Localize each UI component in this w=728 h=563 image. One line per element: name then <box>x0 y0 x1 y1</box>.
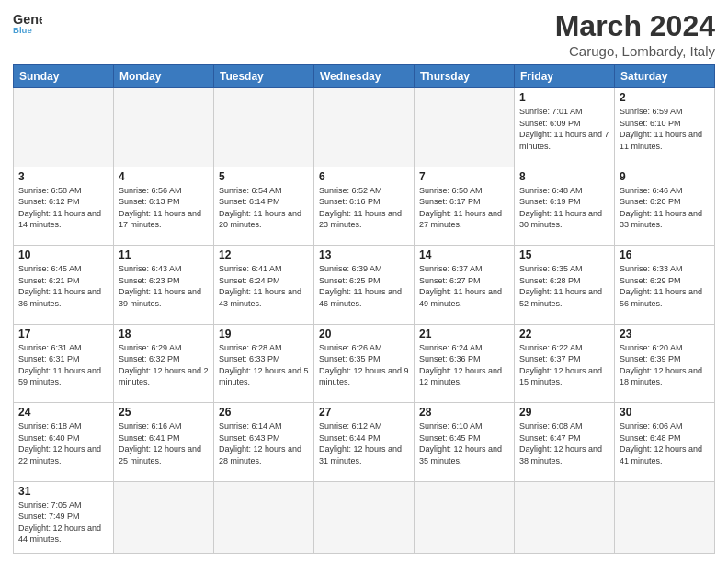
table-row: 2Sunrise: 6:59 AM Sunset: 6:10 PM Daylig… <box>615 88 715 167</box>
table-row <box>314 481 415 554</box>
week-row-3: 17Sunrise: 6:31 AM Sunset: 6:31 PM Dayli… <box>14 324 715 403</box>
day-info: Sunrise: 6:43 AM Sunset: 6:23 PM Dayligh… <box>119 263 209 309</box>
day-info: Sunrise: 6:54 AM Sunset: 6:14 PM Dayligh… <box>219 185 309 231</box>
table-row: 17Sunrise: 6:31 AM Sunset: 6:31 PM Dayli… <box>14 324 114 403</box>
day-info: Sunrise: 6:31 AM Sunset: 6:31 PM Dayligh… <box>18 342 108 388</box>
day-number: 28 <box>419 406 509 419</box>
day-info: Sunrise: 6:52 AM Sunset: 6:16 PM Dayligh… <box>319 185 409 231</box>
day-number: 27 <box>319 406 409 419</box>
day-info: Sunrise: 6:16 AM Sunset: 6:41 PM Dayligh… <box>119 420 209 466</box>
day-number: 12 <box>219 248 309 261</box>
day-info: Sunrise: 6:35 AM Sunset: 6:28 PM Dayligh… <box>519 263 609 309</box>
table-row: 9Sunrise: 6:46 AM Sunset: 6:20 PM Daylig… <box>615 167 715 246</box>
table-row: 13Sunrise: 6:39 AM Sunset: 6:25 PM Dayli… <box>314 246 415 325</box>
day-number: 10 <box>18 248 108 261</box>
day-number: 20 <box>319 327 409 340</box>
table-row: 7Sunrise: 6:50 AM Sunset: 6:17 PM Daylig… <box>415 167 515 246</box>
table-row: 11Sunrise: 6:43 AM Sunset: 6:23 PM Dayli… <box>114 246 214 325</box>
table-row: 18Sunrise: 6:29 AM Sunset: 6:32 PM Dayli… <box>114 324 214 403</box>
day-number: 22 <box>519 327 609 340</box>
day-info: Sunrise: 6:08 AM Sunset: 6:47 PM Dayligh… <box>519 420 609 466</box>
table-row <box>214 88 314 167</box>
col-sunday: Sunday <box>14 65 114 88</box>
table-row <box>214 481 314 554</box>
table-row <box>415 88 515 167</box>
day-info: Sunrise: 6:18 AM Sunset: 6:40 PM Dayligh… <box>18 420 108 466</box>
table-row: 30Sunrise: 6:06 AM Sunset: 6:48 PM Dayli… <box>615 403 715 482</box>
day-info: Sunrise: 6:22 AM Sunset: 6:37 PM Dayligh… <box>519 342 609 388</box>
table-row <box>314 88 415 167</box>
day-info: Sunrise: 6:41 AM Sunset: 6:24 PM Dayligh… <box>219 263 309 309</box>
col-wednesday: Wednesday <box>314 65 415 88</box>
day-number: 15 <box>519 248 609 261</box>
day-number: 17 <box>18 327 108 340</box>
day-number: 6 <box>319 170 409 183</box>
table-row <box>415 481 515 554</box>
title-block: March 2024 Carugo, Lombardy, Italy <box>555 9 715 59</box>
day-info: Sunrise: 7:05 AM Sunset: 7:49 PM Dayligh… <box>18 500 108 546</box>
day-number: 8 <box>519 170 609 183</box>
day-info: Sunrise: 6:10 AM Sunset: 6:45 PM Dayligh… <box>419 420 509 466</box>
table-row: 12Sunrise: 6:41 AM Sunset: 6:24 PM Dayli… <box>214 246 314 325</box>
day-info: Sunrise: 6:59 AM Sunset: 6:10 PM Dayligh… <box>620 106 710 152</box>
day-number: 3 <box>18 170 108 183</box>
table-row: 16Sunrise: 6:33 AM Sunset: 6:29 PM Dayli… <box>615 246 715 325</box>
day-number: 23 <box>620 327 710 340</box>
day-number: 25 <box>119 406 209 419</box>
day-number: 30 <box>620 406 710 419</box>
day-number: 29 <box>519 406 609 419</box>
table-row <box>615 481 715 554</box>
table-row: 28Sunrise: 6:10 AM Sunset: 6:45 PM Dayli… <box>415 403 515 482</box>
table-row: 21Sunrise: 6:24 AM Sunset: 6:36 PM Dayli… <box>415 324 515 403</box>
day-info: Sunrise: 7:01 AM Sunset: 6:09 PM Dayligh… <box>519 106 609 152</box>
table-row: 26Sunrise: 6:14 AM Sunset: 6:43 PM Dayli… <box>214 403 314 482</box>
col-monday: Monday <box>114 65 214 88</box>
day-number: 16 <box>620 248 710 261</box>
day-info: Sunrise: 6:06 AM Sunset: 6:48 PM Dayligh… <box>620 420 710 466</box>
table-row: 1Sunrise: 7:01 AM Sunset: 6:09 PM Daylig… <box>515 88 615 167</box>
table-row: 27Sunrise: 6:12 AM Sunset: 6:44 PM Dayli… <box>314 403 415 482</box>
table-row: 15Sunrise: 6:35 AM Sunset: 6:28 PM Dayli… <box>515 246 615 325</box>
logo-icon: General Blue <box>13 9 42 35</box>
svg-text:Blue: Blue <box>13 25 32 35</box>
table-row: 8Sunrise: 6:48 AM Sunset: 6:19 PM Daylig… <box>515 167 615 246</box>
day-info: Sunrise: 6:58 AM Sunset: 6:12 PM Dayligh… <box>18 185 108 231</box>
week-row-2: 10Sunrise: 6:45 AM Sunset: 6:21 PM Dayli… <box>14 246 715 325</box>
table-row: 14Sunrise: 6:37 AM Sunset: 6:27 PM Dayli… <box>415 246 515 325</box>
day-info: Sunrise: 6:12 AM Sunset: 6:44 PM Dayligh… <box>319 420 409 466</box>
day-info: Sunrise: 6:24 AM Sunset: 6:36 PM Dayligh… <box>419 342 509 388</box>
table-row <box>515 481 615 554</box>
table-row: 6Sunrise: 6:52 AM Sunset: 6:16 PM Daylig… <box>314 167 415 246</box>
col-friday: Friday <box>515 65 615 88</box>
table-row: 23Sunrise: 6:20 AM Sunset: 6:39 PM Dayli… <box>615 324 715 403</box>
table-row: 5Sunrise: 6:54 AM Sunset: 6:14 PM Daylig… <box>214 167 314 246</box>
month-title: March 2024 <box>555 9 715 43</box>
day-number: 26 <box>219 406 309 419</box>
table-row <box>14 88 114 167</box>
location-title: Carugo, Lombardy, Italy <box>555 43 715 59</box>
day-info: Sunrise: 6:45 AM Sunset: 6:21 PM Dayligh… <box>18 263 108 309</box>
table-row: 4Sunrise: 6:56 AM Sunset: 6:13 PM Daylig… <box>114 167 214 246</box>
table-row: 25Sunrise: 6:16 AM Sunset: 6:41 PM Dayli… <box>114 403 214 482</box>
table-row: 24Sunrise: 6:18 AM Sunset: 6:40 PM Dayli… <box>14 403 114 482</box>
day-number: 11 <box>119 248 209 261</box>
table-row <box>114 88 214 167</box>
day-info: Sunrise: 6:20 AM Sunset: 6:39 PM Dayligh… <box>620 342 710 388</box>
table-row: 29Sunrise: 6:08 AM Sunset: 6:47 PM Dayli… <box>515 403 615 482</box>
week-row-5: 31Sunrise: 7:05 AM Sunset: 7:49 PM Dayli… <box>14 481 715 554</box>
day-number: 1 <box>519 91 609 104</box>
day-info: Sunrise: 6:33 AM Sunset: 6:29 PM Dayligh… <box>620 263 710 309</box>
table-row: 10Sunrise: 6:45 AM Sunset: 6:21 PM Dayli… <box>14 246 114 325</box>
day-info: Sunrise: 6:50 AM Sunset: 6:17 PM Dayligh… <box>419 185 509 231</box>
day-number: 7 <box>419 170 509 183</box>
day-number: 18 <box>119 327 209 340</box>
day-info: Sunrise: 6:26 AM Sunset: 6:35 PM Dayligh… <box>319 342 409 388</box>
table-row: 19Sunrise: 6:28 AM Sunset: 6:33 PM Dayli… <box>214 324 314 403</box>
day-number: 24 <box>18 406 108 419</box>
table-row: 31Sunrise: 7:05 AM Sunset: 7:49 PM Dayli… <box>14 481 114 554</box>
day-number: 13 <box>319 248 409 261</box>
day-info: Sunrise: 6:14 AM Sunset: 6:43 PM Dayligh… <box>219 420 309 466</box>
day-number: 14 <box>419 248 509 261</box>
day-number: 21 <box>419 327 509 340</box>
day-info: Sunrise: 6:46 AM Sunset: 6:20 PM Dayligh… <box>620 185 710 231</box>
